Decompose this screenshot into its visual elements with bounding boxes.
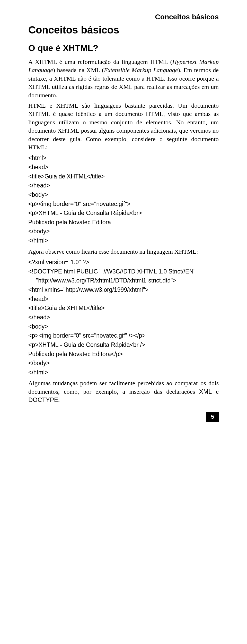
code-block-html: <html> <head> <title>Guia de XHTML</titl… bbox=[28, 153, 219, 245]
text: Algumas mudanças podem ser facilmente pe… bbox=[28, 380, 219, 395]
text: ) baseada na XML ( bbox=[53, 67, 104, 73]
paragraph-1: A XHTML é uma reformulação da linguagem … bbox=[28, 58, 219, 99]
text: . bbox=[58, 397, 60, 403]
code-inline-doctype: DOCTYPE bbox=[28, 396, 58, 403]
code-block-xhtml: <?xml version="1.0" ?> <!DOCTYPE html PU… bbox=[28, 258, 219, 377]
page-number: 5 bbox=[206, 412, 219, 422]
paragraph-2: HTML e XHTML são linguagens bastante par… bbox=[28, 101, 219, 151]
code-line: <html xmlns="http://www.w3.org/1999/xhtm… bbox=[28, 286, 148, 376]
code-inline-xml: XML bbox=[199, 388, 212, 395]
text: A XHTML é uma reformulação da linguagem … bbox=[28, 58, 172, 65]
running-header: Conceitos básicos bbox=[28, 13, 219, 21]
page-footer: 5 bbox=[28, 412, 219, 422]
section-title: O que é XHTML? bbox=[28, 43, 219, 53]
chapter-title: Conceitos básicos bbox=[28, 24, 219, 36]
paragraph-3: Agora observe como ficaria esse document… bbox=[28, 247, 219, 256]
text: e bbox=[212, 388, 219, 395]
paragraph-4: Algumas mudanças podem ser facilmente pe… bbox=[28, 379, 219, 404]
code-line: <?xml version="1.0" ?> <!DOCTYPE html PU… bbox=[28, 259, 196, 275]
emphasis-extensible: Extensible Markup Language bbox=[104, 67, 178, 73]
code-line-indent: "http://www.w3.org/TR/xhtml1/DTD/xhtml1-… bbox=[28, 276, 219, 285]
